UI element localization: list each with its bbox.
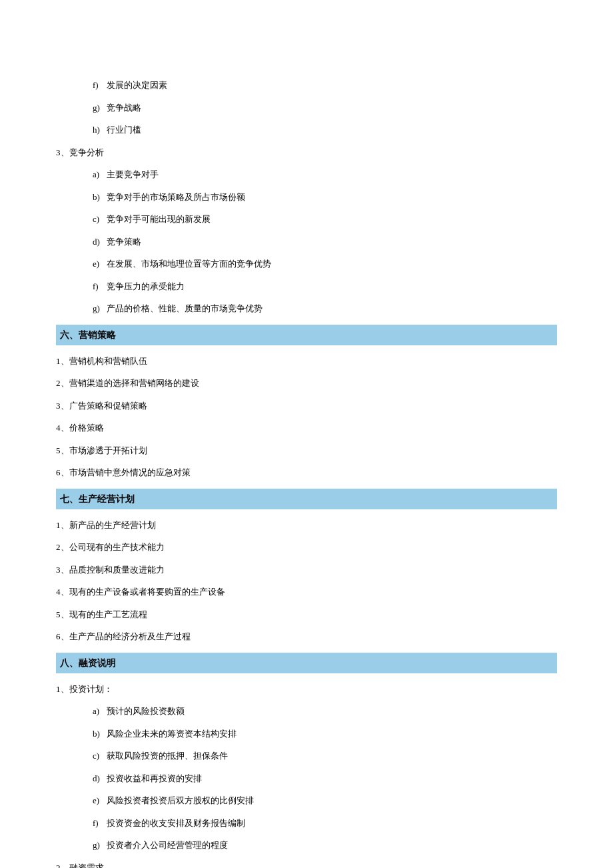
item-text: 竞争压力的承受能力: [107, 281, 185, 291]
invest-items-container: a) 预计的风险投资数额 b) 风险企业未来的筹资资本结构安排 c) 获取风险投…: [56, 705, 557, 852]
item-text: 竞争对手可能出现的新发展: [107, 214, 211, 224]
list-item: 6、生产产品的经济分析及生产过程: [56, 630, 557, 643]
item-marker: e): [93, 794, 105, 807]
list-item: 2、营销渠道的选择和营销网络的建设: [56, 377, 557, 390]
pre-sub-items-container: f) 发展的决定因素 g) 竞争战略 h) 行业门槛: [56, 79, 557, 137]
item-marker: f): [93, 280, 105, 293]
item-marker: d): [93, 235, 105, 249]
item-marker: f): [93, 817, 105, 830]
item-marker: a): [93, 705, 105, 718]
item-marker: c): [93, 749, 105, 763]
sub-item: f) 发展的决定因素: [56, 79, 557, 92]
section-7-header: 七、生产经营计划: [56, 489, 557, 509]
section-6-header: 六、营销策略: [56, 325, 557, 345]
sub-item: b) 竞争对手的市场策略及所占市场份额: [56, 191, 557, 204]
sub-item: a) 预计的风险投资数额: [56, 705, 557, 718]
sub-item: e) 在发展、市场和地理位置等方面的竞争优势: [56, 257, 557, 271]
sub-item: f) 竞争压力的承受能力: [56, 280, 557, 293]
list-item: 2、公司现有的生产技术能力: [56, 541, 557, 554]
list-item: 5、市场渗透于开拓计划: [56, 444, 557, 457]
item-text: 发展的决定因素: [107, 80, 167, 90]
list-item: 1、新产品的生产经营计划: [56, 519, 557, 532]
item-marker: e): [93, 257, 105, 271]
sub-item: d) 投资收益和再投资的安排: [56, 772, 557, 785]
item-text: 在发展、市场和地理位置等方面的竞争优势: [107, 259, 271, 269]
list-item: 4、价格策略: [56, 421, 557, 435]
sub-item: e) 风险投资者投资后双方股权的比例安排: [56, 794, 557, 807]
item-text: 风险企业未来的筹资资本结构安排: [107, 729, 237, 739]
item-text: 投资者介入公司经营管理的程度: [107, 840, 228, 850]
section-8-header: 八、融资说明: [56, 653, 557, 673]
item-marker: g): [93, 302, 105, 315]
sub-item: g) 竞争战略: [56, 101, 557, 115]
sub-item: c) 竞争对手可能出现的新发展: [56, 213, 557, 226]
item-text: 风险投资者投资后双方股权的比例安排: [107, 795, 254, 805]
item-marker: b): [93, 727, 105, 741]
item-marker: h): [93, 123, 105, 137]
item-text: 行业门槛: [107, 125, 141, 135]
sub-item: h) 行业门槛: [56, 123, 557, 137]
item-text: 投资收益和再投资的安排: [107, 773, 202, 783]
competition-items-container: a) 主要竞争对手 b) 竞争对手的市场策略及所占市场份额 c) 竞争对手可能出…: [56, 168, 557, 315]
list-item: 3、广告策略和促销策略: [56, 399, 557, 413]
list-item: 1、营销机构和营销队伍: [56, 355, 557, 368]
item-text: 预计的风险投资数额: [107, 706, 185, 716]
item-text: 主要竞争对手: [107, 169, 159, 179]
list-item: 5、现有的生产工艺流程: [56, 608, 557, 621]
item-text: 投资资金的收支安排及财务报告编制: [107, 818, 245, 828]
sub-item: g) 投资者介入公司经营管理的程度: [56, 839, 557, 852]
item-marker: d): [93, 772, 105, 785]
item-marker: b): [93, 191, 105, 204]
sub-item: c) 获取风险投资的抵押、担保条件: [56, 749, 557, 763]
item-text: 竞争策略: [107, 237, 141, 247]
list-item: 6、市场营销中意外情况的应急对策: [56, 466, 557, 479]
item-marker: c): [93, 213, 105, 226]
item-marker: f): [93, 79, 105, 92]
item-marker: a): [93, 168, 105, 181]
item-marker: g): [93, 839, 105, 852]
invest-header: 1、投资计划：: [56, 683, 557, 696]
item-text: 获取风险投资的抵押、担保条件: [107, 751, 228, 761]
list-item: 4、现有的生产设备或者将要购置的生产设备: [56, 585, 557, 599]
sub-item: a) 主要竞争对手: [56, 168, 557, 181]
sub-item: f) 投资资金的收支安排及财务报告编制: [56, 817, 557, 830]
list-item: 3、品质控制和质量改进能力: [56, 563, 557, 577]
item-marker: g): [93, 101, 105, 115]
item-text: 产品的价格、性能、质量的市场竞争优势: [107, 303, 263, 313]
sub-item: g) 产品的价格、性能、质量的市场竞争优势: [56, 302, 557, 315]
sub-item: b) 风险企业未来的筹资资本结构安排: [56, 727, 557, 741]
item-text: 竞争对手的市场策略及所占市场份额: [107, 192, 245, 202]
competition-header: 3、竞争分析: [56, 146, 557, 159]
item-text: 竞争战略: [107, 103, 141, 113]
sub-item: d) 竞争策略: [56, 235, 557, 249]
list-item: 2、融资需求: [56, 861, 557, 869]
